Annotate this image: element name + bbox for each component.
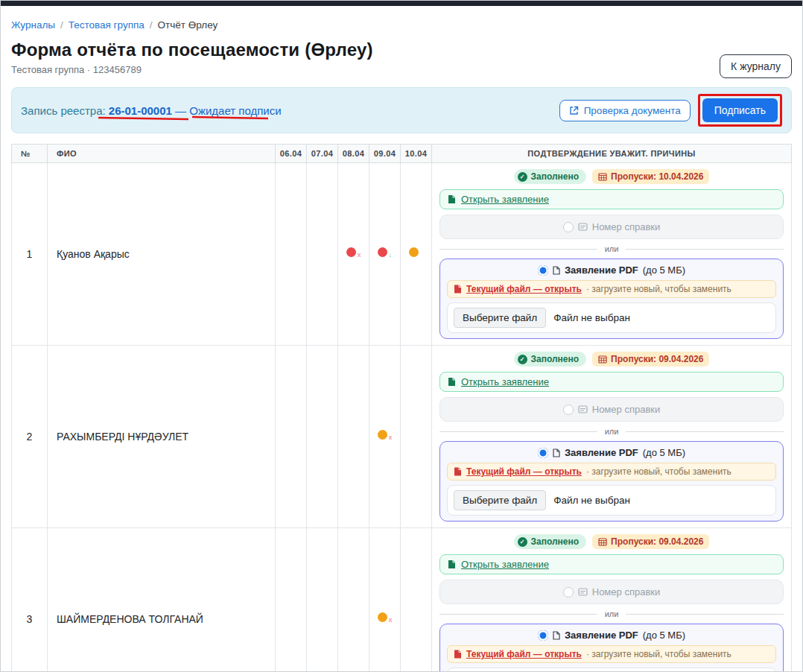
- registry-record-link[interactable]: 26-01-00001: [109, 104, 172, 117]
- confirmation-card: ✓ Заполнено Пропуски: 10.04.2026: [439, 169, 784, 339]
- table-header-row: № ФИО 06.04 07.04 08.04 09.04 10.04 ПОДТ…: [12, 145, 792, 163]
- open-application-link[interactable]: Открыть заявление: [461, 194, 549, 205]
- pdf-red-icon: [454, 467, 462, 476]
- filled-badge: ✓ Заполнено: [514, 352, 587, 367]
- pdf-option-label: Заявление PDF: [565, 447, 638, 458]
- certificate-radio[interactable]: [563, 222, 574, 232]
- breadcrumb-journals[interactable]: Журналы: [11, 19, 55, 31]
- filled-badge: ✓ Заполнено: [514, 534, 587, 549]
- input-lines-icon: [578, 587, 588, 597]
- header-date-3: 08.04: [338, 145, 369, 163]
- document-green-icon: [448, 194, 456, 204]
- check-circle-icon: ✓: [518, 172, 527, 182]
- document-outline-icon: [553, 631, 560, 640]
- filled-badge-label: Заполнено: [531, 171, 580, 182]
- pdf-radio-selected[interactable]: [538, 265, 548, 276]
- absences-badge: Пропуски: 10.04.2026: [592, 169, 709, 184]
- no-file-label: Файл не выбран: [553, 312, 630, 323]
- open-application-box: Открыть заявление: [439, 372, 784, 392]
- external-link-icon: [569, 106, 579, 115]
- attendance-cell: [338, 528, 369, 672]
- header-fio: ФИО: [48, 145, 276, 163]
- student-number: 2: [12, 346, 48, 528]
- sign-button[interactable]: Подписать: [702, 98, 778, 122]
- pdf-option-row: Заявление PDF (до 5 МБ): [447, 447, 776, 458]
- pdf-option-label: Заявление PDF: [565, 630, 638, 641]
- attendance-cell: [401, 346, 432, 528]
- current-file-link[interactable]: Текущий файл — открыть: [466, 466, 582, 477]
- pdf-red-icon: [454, 650, 462, 659]
- choose-file-button[interactable]: Выберите файл: [454, 490, 546, 510]
- certificate-placeholder: Номер справки: [592, 586, 660, 597]
- pdf-radio-selected[interactable]: [538, 630, 548, 641]
- check-document-label: Проверка документа: [584, 105, 681, 116]
- attendance-cell: ↓: [369, 163, 401, 346]
- current-file-strip: Текущий файл — открыть · загрузите новый…: [447, 645, 776, 663]
- back-to-journal-button[interactable]: К журналу: [720, 54, 792, 78]
- attendance-cell: [276, 346, 307, 528]
- absences-label: Пропуски: 09.04.2026: [611, 354, 703, 364]
- certificate-radio[interactable]: [563, 405, 574, 415]
- page-subtitle: Тестовая группа · 123456789: [11, 64, 792, 75]
- header-date-4: 09.04: [369, 145, 401, 163]
- registry-status-text: Запись реестра: 26-01-00001 — Ожидает по…: [21, 104, 282, 117]
- attendance-table: № ФИО 06.04 07.04 08.04 09.04 10.04 ПОДТ…: [11, 144, 792, 672]
- open-application-link[interactable]: Открыть заявление: [461, 559, 549, 570]
- student-number: 1: [12, 163, 48, 346]
- pdf-upload-box: Заявление PDF (до 5 МБ) Текущий файл — о…: [439, 259, 784, 339]
- registry-status-bar: Запись реестра: 26-01-00001 — Ожидает по…: [11, 87, 792, 133]
- pdf-radio-selected[interactable]: [538, 448, 548, 458]
- student-name: Қуанов Ақарыс: [48, 163, 276, 346]
- attendance-cell: [276, 528, 307, 672]
- pdf-red-icon: [454, 285, 462, 294]
- attendance-cell: [401, 528, 432, 672]
- replace-hint: · загрузите новый, чтобы заменить: [586, 649, 731, 659]
- document-green-icon: [448, 560, 456, 569]
- check-circle-icon: ✓: [518, 355, 527, 364]
- breadcrumb-group[interactable]: Тестовая группа: [69, 19, 145, 31]
- attendance-cell: [307, 528, 338, 672]
- check-document-button[interactable]: Проверка документа: [559, 100, 691, 121]
- current-file-link[interactable]: Текущий файл — открыть: [466, 284, 582, 294]
- or-divider: или: [439, 427, 784, 436]
- sign-button-annotation: Подписать: [698, 94, 782, 127]
- pdf-option-label: Заявление PDF: [565, 264, 638, 276]
- header-num: №: [12, 145, 48, 163]
- header-date-2: 07.04: [307, 145, 338, 163]
- registry-status: Ожидает подписи: [189, 104, 281, 117]
- page: Журналы / Тестовая группа / Отчёт Өрлеу …: [0, 0, 803, 672]
- pdf-upload-box: Заявление PDF (до 5 МБ) Текущий файл — о…: [439, 624, 784, 672]
- calendar-icon: [598, 172, 607, 181]
- filled-badge-label: Заполнено: [531, 536, 580, 547]
- current-file-strip: Текущий файл — открыть · загрузите новый…: [447, 463, 776, 481]
- certificate-number-field[interactable]: Номер справки: [439, 215, 784, 239]
- choose-file-button[interactable]: Выберите файл: [454, 308, 546, 328]
- certificate-number-field[interactable]: Номер справки: [439, 580, 784, 604]
- input-lines-icon: [578, 222, 588, 232]
- document-outline-icon: [553, 448, 560, 457]
- file-input[interactable]: Выберите файл Файл не выбран: [447, 302, 776, 333]
- breadcrumb: Журналы / Тестовая группа / Отчёт Өрлеу: [11, 19, 792, 31]
- certificate-number-field[interactable]: Номер справки: [439, 397, 784, 422]
- file-input[interactable]: Выберите файл Файл не выбран: [447, 668, 776, 672]
- absences-badge: Пропуски: 09.04.2026: [592, 534, 709, 549]
- filled-badge: ✓ Заполнено: [514, 169, 587, 184]
- student-name: РАХЫМБЕРДІ НҰРДӘУЛЕТ: [48, 346, 276, 528]
- or-label: или: [605, 427, 619, 436]
- attendance-cell: [276, 163, 307, 346]
- pdf-option-row: Заявление PDF (до 5 МБ): [447, 264, 776, 276]
- confirmation-card: ✓ Заполнено Пропуски: 09.04.2026: [439, 534, 784, 672]
- file-input[interactable]: Выберите файл Файл не выбран: [447, 485, 776, 516]
- confirmation-card: ✓ Заполнено Пропуски: 09.04.2026: [439, 352, 784, 522]
- attendance-cell: x: [338, 163, 369, 346]
- no-file-label: Файл не выбран: [553, 495, 630, 506]
- open-application-box: Открыть заявление: [439, 189, 784, 209]
- certificate-radio[interactable]: [563, 587, 574, 597]
- or-divider: или: [439, 244, 784, 253]
- student-number: 3: [12, 528, 48, 672]
- open-application-link[interactable]: Открыть заявление: [461, 376, 549, 387]
- page-title: Форма отчёта по посещаемости (Өрлеу): [11, 39, 792, 60]
- current-file-link[interactable]: Текущий файл — открыть: [466, 649, 582, 659]
- attendance-cell: x: [369, 528, 401, 672]
- calendar-icon: [598, 355, 607, 364]
